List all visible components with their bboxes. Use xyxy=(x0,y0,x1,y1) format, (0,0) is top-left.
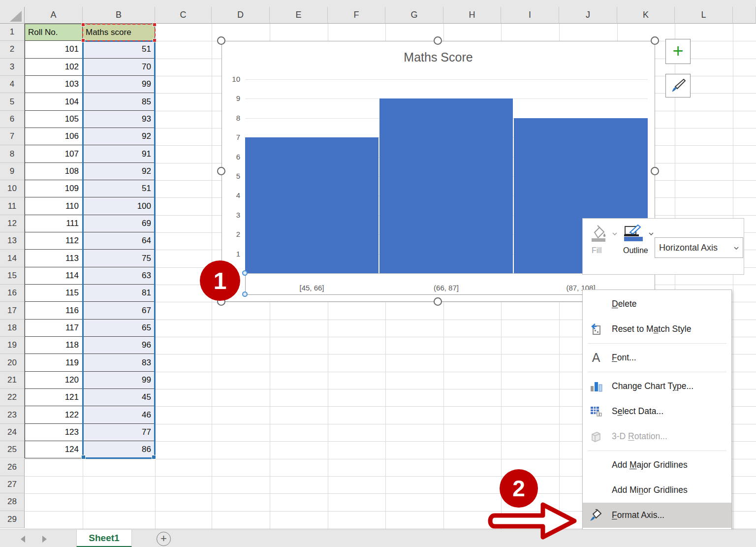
chart-resize-handle[interactable] xyxy=(651,36,659,45)
row-header-3[interactable]: 3 xyxy=(0,59,25,76)
column-header-D[interactable]: D xyxy=(212,7,270,24)
table-cell-score[interactable]: 46 xyxy=(83,406,155,423)
table-cell-roll[interactable]: 103 xyxy=(25,76,83,93)
column-header-C[interactable]: C xyxy=(155,7,212,24)
table-cell-roll[interactable]: 108 xyxy=(25,163,83,180)
table-cell-score[interactable]: 92 xyxy=(83,128,155,145)
prev-sheet-icon[interactable] xyxy=(21,536,25,543)
menu-item-font[interactable]: AFont... xyxy=(583,345,731,370)
menu-item-reset-to-match-style[interactable]: Reset to Match Style xyxy=(583,317,731,342)
table-cell-score[interactable]: 51 xyxy=(83,41,155,58)
row-header-2[interactable]: 2 xyxy=(0,41,25,58)
table-cell-roll[interactable]: 114 xyxy=(25,267,83,285)
row-header-16[interactable]: 16 xyxy=(0,285,25,302)
table-cell-roll[interactable]: 102 xyxy=(25,59,83,76)
row-header-5[interactable]: 5 xyxy=(0,93,25,110)
row-header-8[interactable]: 8 xyxy=(0,145,25,162)
row-header-22[interactable]: 22 xyxy=(0,389,25,406)
row-header-9[interactable]: 9 xyxy=(0,163,25,180)
table-cell-roll[interactable]: 111 xyxy=(25,215,83,232)
table-cell-roll[interactable]: 104 xyxy=(25,93,83,110)
menu-item-add-major-gridlines[interactable]: Add Major Gridlines xyxy=(583,452,731,478)
menu-item-format-axis[interactable]: Format Axis... xyxy=(583,503,731,528)
column-header-L[interactable]: L xyxy=(675,7,733,24)
table-cell-roll[interactable]: 113 xyxy=(25,250,83,267)
table-cell-score[interactable]: 65 xyxy=(83,320,155,337)
column-header-G[interactable]: G xyxy=(385,7,443,24)
column-header-A[interactable]: A xyxy=(25,7,83,24)
table-cell-score[interactable]: 99 xyxy=(83,372,155,389)
column-header-K[interactable]: K xyxy=(617,7,675,24)
table-cell-score[interactable]: 86 xyxy=(83,441,155,458)
table-cell-roll[interactable]: 105 xyxy=(25,111,83,128)
row-header-14[interactable]: 14 xyxy=(0,250,25,267)
row-header-21[interactable]: 21 xyxy=(0,372,25,389)
table-cell-score[interactable]: 96 xyxy=(83,337,155,354)
table-cell-roll[interactable]: 119 xyxy=(25,354,83,371)
row-header-6[interactable]: 6 xyxy=(0,111,25,128)
new-sheet-button[interactable]: + xyxy=(157,532,171,546)
row-header-27[interactable]: 27 xyxy=(0,476,25,493)
fill-button[interactable]: Fill xyxy=(590,225,612,255)
table-header-maths-score[interactable]: Maths score xyxy=(83,24,155,41)
table-cell-score[interactable]: 63 xyxy=(83,267,155,285)
row-header-10[interactable]: 10 xyxy=(0,180,25,197)
table-cell-score[interactable]: 75 xyxy=(83,250,155,267)
select-all-button[interactable] xyxy=(0,7,25,24)
x-axis-category-label[interactable]: (66, 87] xyxy=(417,284,476,292)
fill-chevron-down-icon[interactable] xyxy=(612,232,617,235)
row-header-13[interactable]: 13 xyxy=(0,232,25,250)
histogram-bar-2[interactable] xyxy=(379,98,513,273)
outline-chevron-down-icon[interactable] xyxy=(649,232,654,235)
chart-resize-handle[interactable] xyxy=(434,297,442,306)
axis-selection-handle[interactable] xyxy=(242,270,248,276)
table-cell-score[interactable]: 92 xyxy=(83,163,155,180)
row-header-25[interactable]: 25 xyxy=(0,441,25,458)
chart-resize-handle[interactable] xyxy=(217,167,225,175)
next-sheet-icon[interactable] xyxy=(42,536,47,543)
row-header-29[interactable]: 29 xyxy=(0,511,25,528)
table-cell-roll[interactable]: 112 xyxy=(25,232,83,250)
row-header-11[interactable]: 11 xyxy=(0,197,25,215)
menu-item-select-data[interactable]: Select Data... xyxy=(583,399,731,424)
table-cell-score[interactable]: 64 xyxy=(83,232,155,250)
chart-resize-handle[interactable] xyxy=(434,36,442,45)
table-cell-roll[interactable]: 116 xyxy=(25,302,83,319)
table-cell-roll[interactable]: 124 xyxy=(25,441,83,458)
table-cell-score[interactable]: 99 xyxy=(83,76,155,93)
table-cell-roll[interactable]: 123 xyxy=(25,424,83,441)
row-header-12[interactable]: 12 xyxy=(0,215,25,232)
row-header-24[interactable]: 24 xyxy=(0,424,25,441)
row-header-1[interactable]: 1 xyxy=(0,24,25,41)
row-header-19[interactable]: 19 xyxy=(0,337,25,354)
row-header-28[interactable]: 28 xyxy=(0,493,25,511)
row-header-23[interactable]: 23 xyxy=(0,406,25,423)
table-cell-score[interactable]: 45 xyxy=(83,389,155,406)
column-header-F[interactable]: F xyxy=(328,7,385,24)
chart-title[interactable]: Maths Score xyxy=(222,50,655,64)
column-header-H[interactable]: H xyxy=(443,7,501,24)
row-header-26[interactable]: 26 xyxy=(0,459,25,476)
table-cell-score[interactable]: 83 xyxy=(83,354,155,371)
table-cell-score[interactable]: 70 xyxy=(83,59,155,76)
column-header-E[interactable]: E xyxy=(270,7,328,24)
x-axis-category-label[interactable]: [45, 66] xyxy=(283,284,342,292)
table-cell-roll[interactable]: 110 xyxy=(25,197,83,215)
axis-selection-handle[interactable] xyxy=(242,291,248,297)
table-cell-score[interactable]: 77 xyxy=(83,424,155,441)
menu-item-add-minor-gridlines[interactable]: Add Minor Gridlines xyxy=(583,478,731,503)
table-cell-roll[interactable]: 121 xyxy=(25,389,83,406)
table-header-roll-no[interactable]: Roll No. xyxy=(25,24,83,41)
row-header-7[interactable]: 7 xyxy=(0,128,25,145)
chart-resize-handle[interactable] xyxy=(217,36,225,45)
table-cell-roll[interactable]: 107 xyxy=(25,145,83,162)
menu-item-change-chart-type[interactable]: Change Chart Type... xyxy=(583,374,731,399)
row-header-18[interactable]: 18 xyxy=(0,320,25,337)
table-cell-roll[interactable]: 118 xyxy=(25,337,83,354)
table-cell-score[interactable]: 81 xyxy=(83,285,155,302)
column-header-B[interactable]: B xyxy=(83,7,155,24)
table-cell-score[interactable]: 100 xyxy=(83,197,155,215)
histogram-bar-1[interactable] xyxy=(245,137,378,273)
table-cell-score[interactable]: 93 xyxy=(83,111,155,128)
table-cell-roll[interactable]: 122 xyxy=(25,406,83,423)
